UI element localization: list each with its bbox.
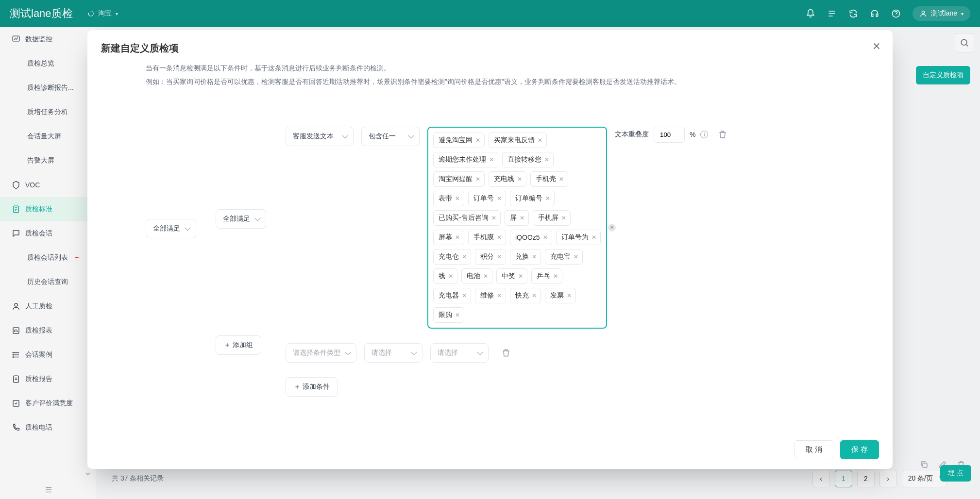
tag-label: 快充	[515, 291, 529, 300]
tag-label: 充电线	[494, 175, 514, 183]
create-qc-item-modal: 新建自定义质检项 当有一条消息检测满足以下条件时，基于这条消息进行后续业务判断条…	[87, 30, 893, 469]
sub-group-select[interactable]: 全部满足	[216, 209, 266, 229]
tag-chip: 订单号✕	[468, 191, 506, 206]
add-group-button[interactable]: ＋添加组	[216, 335, 261, 355]
tag-label: 兑换	[515, 252, 529, 261]
source-select[interactable]: 客服发送文本	[286, 127, 354, 146]
tag-chip: 充电器✕	[433, 288, 471, 303]
tag-chip: 线✕	[433, 268, 457, 284]
tag-label: 电池	[467, 272, 480, 281]
op-select-placeholder[interactable]: 请选择	[364, 343, 422, 363]
tag-chip: 乒乓✕	[531, 268, 562, 284]
tag-label: 限购	[439, 311, 452, 319]
tag-remove-icon[interactable]: ✕	[491, 215, 496, 221]
tag-remove-icon[interactable]: ✕	[518, 273, 523, 280]
tag-chip: 电池✕	[461, 268, 492, 284]
tag-chip: 表带✕	[433, 191, 464, 206]
tag-label: 维修	[480, 291, 494, 300]
tags-input[interactable]: ✕ 避免淘宝网✕买家来电反馈✕逾期您未作处理✕直接转移您✕淘宝网提醒✕充电线✕手…	[427, 127, 607, 329]
tag-remove-icon[interactable]: ✕	[483, 273, 488, 280]
tag-chip: 屏幕✕	[433, 230, 464, 245]
tag-chip: 充电线✕	[489, 171, 526, 187]
tag-remove-icon[interactable]: ✕	[574, 253, 578, 260]
tag-label: 避免淘宝网	[439, 136, 473, 145]
tag-remove-icon[interactable]: ✕	[544, 156, 549, 163]
tag-label: 充电仓	[439, 252, 459, 261]
overlap-label: 文本重叠度	[615, 130, 649, 139]
overlap-unit: %	[690, 131, 695, 138]
info-icon[interactable]: i	[700, 131, 708, 138]
tag-remove-icon[interactable]: ✕	[455, 195, 460, 202]
tag-remove-icon[interactable]: ✕	[517, 176, 522, 183]
delete-empty-condition-icon[interactable]	[501, 348, 511, 358]
tag-remove-icon[interactable]: ✕	[497, 234, 502, 241]
tag-remove-icon[interactable]: ✕	[538, 137, 542, 144]
modal-desc-1: 当有一条消息检测满足以下条件时，基于这条消息进行后续业务判断条件的检测。	[146, 63, 834, 74]
modal-footer: 取 消 保 存	[87, 431, 893, 469]
tag-chip: 充电宝✕	[545, 249, 583, 265]
tag-chip: 兑换✕	[510, 249, 541, 265]
tag-label: 线	[439, 272, 445, 281]
tag-label: 中奖	[502, 272, 515, 281]
condition-row-2: 请选择条件类型 请选择 请选择	[286, 343, 727, 363]
tag-remove-icon[interactable]: ✕	[455, 234, 460, 241]
tag-remove-icon[interactable]: ✕	[448, 273, 453, 280]
tag-remove-icon[interactable]: ✕	[455, 312, 460, 318]
type-select-placeholder[interactable]: 请选择条件类型	[286, 343, 356, 363]
tag-label: 充电器	[439, 291, 459, 300]
tag-remove-icon[interactable]: ✕	[561, 215, 566, 221]
value-select-placeholder[interactable]: 请选择	[430, 343, 489, 363]
tag-chip: 已购买-售后咨询✕	[433, 210, 501, 226]
tag-chip: 维修✕	[475, 288, 506, 303]
tag-remove-icon[interactable]: ✕	[532, 253, 537, 260]
tag-remove-icon[interactable]: ✕	[543, 234, 548, 241]
delete-condition-icon[interactable]	[718, 130, 727, 139]
tag-chip: 积分✕	[475, 249, 506, 265]
overlap-group: 文本重叠度 % i	[615, 127, 727, 143]
tag-label: 订单号为	[561, 233, 589, 242]
tag-label: 乒乓	[537, 272, 550, 281]
modal-body: 当有一条消息检测满足以下条件时，基于这条消息进行后续业务判断条件的检测。 例如：…	[87, 63, 893, 431]
add-condition-button[interactable]: ＋添加条件	[286, 377, 338, 397]
tag-label: 屏幕	[439, 233, 452, 242]
tag-label: 手机壳	[536, 175, 556, 183]
tag-remove-icon[interactable]: ✕	[497, 195, 502, 202]
overlap-input[interactable]	[654, 127, 685, 143]
tag-label: 直接转移您	[507, 155, 541, 164]
tag-remove-icon[interactable]: ✕	[532, 292, 537, 299]
tag-remove-icon[interactable]: ✕	[567, 292, 572, 299]
modal-close-button[interactable]	[871, 41, 882, 51]
tag-remove-icon[interactable]: ✕	[475, 137, 480, 144]
tag-chip: 发票✕	[545, 288, 576, 303]
tag-label: 充电宝	[550, 252, 571, 261]
tag-label: 淘宝网提醒	[439, 175, 473, 183]
tag-label: 已购买-售后咨询	[439, 214, 489, 222]
tag-remove-icon[interactable]: ✕	[475, 176, 480, 183]
tag-remove-icon[interactable]: ✕	[591, 234, 596, 241]
tag-remove-icon[interactable]: ✕	[462, 292, 467, 299]
tag-remove-icon[interactable]: ✕	[520, 215, 524, 221]
tag-remove-icon[interactable]: ✕	[489, 156, 494, 163]
operator-select[interactable]: 包含任一	[361, 127, 420, 146]
tag-label: iQOOz5	[515, 233, 540, 241]
tag-label: 屏	[510, 214, 517, 222]
tag-label: 订单号	[473, 194, 494, 203]
tag-chip: iQOOz5✕	[510, 230, 552, 245]
tag-label: 手机膜	[473, 233, 494, 242]
tag-chip: 手机膜✕	[468, 230, 506, 245]
modal-desc-2: 例如：当买家询问价格是否可以优惠，检测客服是否有回答近期活动推荐时，场景识别条件…	[146, 76, 834, 88]
modal-title: 新建自定义质检项	[87, 30, 893, 63]
tag-label: 订单编号	[515, 194, 542, 203]
tag-remove-icon[interactable]: ✕	[497, 292, 502, 299]
save-button[interactable]: 保 存	[840, 440, 879, 459]
root-group-select[interactable]: 全部满足	[146, 219, 196, 238]
tag-remove-icon[interactable]: ✕	[462, 253, 467, 260]
tag-remove-icon[interactable]: ✕	[553, 273, 558, 280]
tag-remove-icon[interactable]: ✕	[559, 176, 564, 183]
cancel-button[interactable]: 取 消	[794, 440, 833, 459]
clear-tags-icon[interactable]: ✕	[608, 224, 616, 232]
tag-chip: 快充✕	[510, 288, 541, 303]
tag-remove-icon[interactable]: ✕	[497, 253, 502, 260]
tag-chip: 逾期您未作处理✕	[433, 152, 498, 167]
tag-remove-icon[interactable]: ✕	[545, 195, 550, 202]
